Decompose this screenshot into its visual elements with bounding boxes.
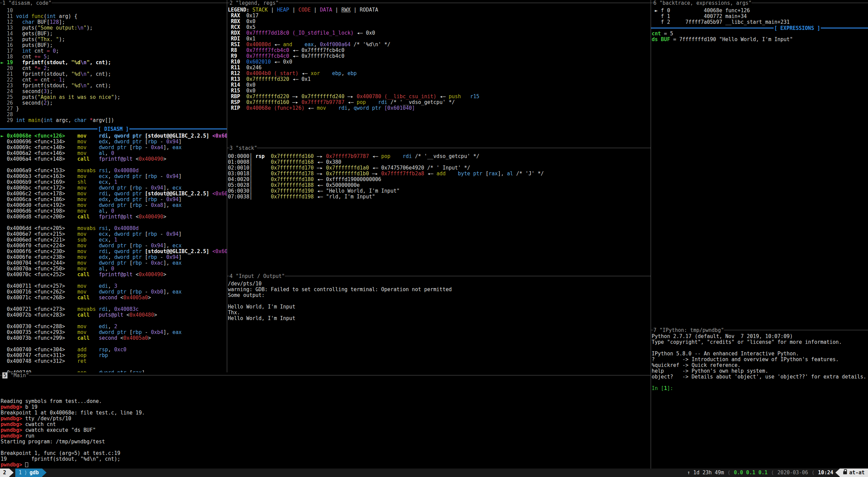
- terminal-line: 03:0018│ 0x7fffffffd178 —▸ 0x7fffffffd1b…: [228, 171, 651, 177]
- source-code-listing: 10 11 void func(int arg) { 12 char BUF[1…: [0, 6, 227, 123]
- terminal-line: help -> Python's own help system.: [652, 368, 868, 374]
- pane-main-console[interactable]: 5 "Main" Reading symbols from test...don…: [0, 372, 651, 469]
- terminal-line: 11 void func(int arg) {: [1, 14, 227, 19]
- pane-title-main: 5 "Main": [0, 372, 651, 378]
- terminal-line: R15 0x0: [228, 88, 651, 94]
- terminal-line: [652, 380, 868, 386]
- pane-number: 2: [230, 0, 233, 6]
- terminal-line: 24 second(3);: [1, 89, 227, 94]
- terminal-line: R14 0x0: [228, 82, 651, 88]
- terminal-line: Breakpoint 1 at 0x40068e: file test.c, l…: [1, 410, 651, 416]
- pane-title-text: "stack": [233, 145, 257, 151]
- pane-input-output[interactable]: 4 "Input / Output" /dev/pts/10warning: G…: [227, 273, 651, 372]
- terminal-line: Breakpoint 1, func (arg=5) at test.c:19: [1, 450, 651, 456]
- terminal-line: 29 int main(int argc, char *argv[]): [1, 118, 227, 123]
- terminal-line: %quickref -> Quick reference.: [652, 363, 868, 368]
- terminal-line: RBX 0x0: [228, 19, 651, 24]
- terminal-line: pwndbg> tty /dev/pts/10: [1, 416, 651, 422]
- separator-line: [0, 128, 97, 129]
- text-cursor: [25, 462, 28, 467]
- separator-line: [129, 128, 227, 129]
- tmux-status-bar: 2 1 ⟩ gdb ↑ 1d 23h 49m ⟨ 0.0 0.1 0.1 ⟨ 2…: [0, 469, 868, 477]
- terminal-line: Thx.: [228, 310, 651, 316]
- terminal-line: ► 0x40068e <func+126> mov rdi, qword ptr…: [1, 133, 227, 139]
- terminal-line: IPython 5.8.0 -- An enhanced Interactive…: [652, 351, 868, 357]
- load-average: 0.0 0.1 0.1: [732, 469, 770, 477]
- lock-icon: [843, 471, 847, 474]
- terminal-line: Type "copyright", "credits" or "license"…: [652, 339, 868, 345]
- terminal-line: warning: GDB: Failed to set controlling …: [228, 287, 651, 293]
- terminal-line: In [1]:: [652, 386, 868, 391]
- pane-disasm-code[interactable]: 1 "disasm, code" 10 11 void func(int arg…: [0, 0, 227, 372]
- terminal-line: Reading symbols from test...done.: [1, 399, 651, 404]
- separator-line: [651, 28, 774, 29]
- border-line: [52, 3, 227, 3]
- gdb-console[interactable]: Reading symbols from test...done.pwndbg>…: [0, 378, 651, 468]
- terminal-line: /dev/pts/10: [228, 281, 651, 287]
- terminal-line: 0x40069c <func+140> mov dword ptr [rbp -…: [1, 145, 227, 151]
- terminal-line: Hello World, I'm Input: [228, 316, 651, 321]
- window-index: 1: [19, 469, 22, 477]
- terminal-line: pwndbg> cwatch cnt: [1, 422, 651, 427]
- pane-title-text: "Main": [7, 372, 29, 378]
- terminal-line: 0x400704 <func+244> mov dword ptr [rbp -…: [1, 260, 227, 266]
- terminal-line: RAX 0x17: [228, 13, 651, 19]
- chevron-left-icon: ⟨: [726, 469, 732, 477]
- terminal-line: 18 cnt += 5;: [1, 54, 227, 60]
- terminal-line: R12 0x4004b0 (_start) ◂— xor ebp, ebp: [228, 71, 651, 76]
- pane-title-text: "backtrace, expressions, args": [656, 0, 752, 6]
- terminal-line: Starting program: /tmp/pwndbg/test: [1, 439, 651, 445]
- terminal-line: 0x4006bc <func+172> mov dword ptr [rbp -…: [1, 185, 227, 191]
- powerline-arrow-icon: [9, 469, 14, 477]
- terminal-line: 0x400696 <func+134> mov edx, dword ptr […: [1, 139, 227, 145]
- terminal-line: RSI 0x40080d ◂— and eax, 0x4f000a64 /* '…: [228, 42, 651, 48]
- ipython-console[interactable]: Python 2.7.17 (default, Nov 7 2019, 10:0…: [651, 333, 868, 391]
- terminal-line: R10 0x602010 ◂— 0x0: [228, 59, 651, 65]
- terminal-line: 23 fprintf(stdout, "%d\n", cnt);: [1, 83, 227, 89]
- terminal-line: [1, 162, 227, 168]
- pane-title-ipython: 7 "IPython: tmp/pwndbg": [651, 327, 868, 333]
- terminal-line: LEGEND: STACK | HEAP | CODE | DATA | RWX…: [228, 7, 651, 13]
- terminal-line: pwndbg> run: [1, 433, 651, 439]
- terminal-line: 22 cnt = cnt - 1;: [1, 77, 227, 83]
- terminal-line: 10: [1, 8, 227, 14]
- terminal-line: 0x40070a <func+250> mov al, 0: [1, 266, 227, 272]
- powerline-arrow-icon: [835, 469, 840, 477]
- uptime-indicator: ↑ 1d 23h 49m: [685, 469, 726, 477]
- border-line: [724, 330, 868, 330]
- terminal-line: RSP 0x7fffffffd160 —▸ 0x7ffff7b97787 ◂— …: [228, 100, 651, 105]
- stack-listing: 00:0000│ rsp 0x7fffffffd160 —▸ 0x7ffff7b…: [227, 151, 651, 200]
- terminal-line: 0x400749 nop dword ptr [rax]: [1, 370, 227, 372]
- window-tab-gdb[interactable]: 1 ⟩ gdb: [15, 469, 42, 477]
- terminal-line: [1, 301, 227, 306]
- pane-number: 1: [2, 0, 5, 6]
- chevron-right-icon: ⟩: [22, 469, 30, 477]
- terminal-line: 0x4006d0 <func+192> mov dword ptr [rbp -…: [1, 202, 227, 208]
- status-clock: 10:24: [816, 469, 835, 477]
- pane-title-text: "disasm, code": [5, 0, 51, 6]
- terminal-line: Python 2.7.17 (default, Nov 7 2019, 10:0…: [652, 334, 868, 339]
- terminal-line: [1, 278, 227, 283]
- pane-ipython[interactable]: 7 "IPython: tmp/pwndbg" Python 2.7.17 (d…: [651, 327, 868, 469]
- pane-stack[interactable]: 3 "stack" 00:0000│ rsp 0x7fffffffd160 —▸…: [227, 145, 651, 273]
- terminal-line: RCX 0x5: [228, 24, 651, 30]
- pane-title-input-output: 4 "Input / Output": [227, 273, 651, 279]
- border-line: [29, 375, 651, 375]
- border-line: [285, 276, 651, 276]
- terminal-line: 0x4006a9 <func+153> movabs rsi, 0x40080d: [1, 168, 227, 174]
- pane-number: 3: [230, 145, 233, 151]
- pane-backtrace[interactable]: 6 "backtrace, expressions, args" ► f 0 4…: [651, 0, 868, 327]
- terminal-line: 0x4006d8 <func+200> call fprintf@plt <0x…: [1, 214, 227, 220]
- session-name-badge[interactable]: 2: [0, 469, 9, 477]
- terminal-line: 0x40071c <func+268> call second <0x4005a…: [1, 295, 227, 301]
- terminal-line: 17 int cnt = 0;: [1, 48, 227, 54]
- terminal-line: 27 }: [1, 106, 227, 112]
- chevron-left-icon: ⟨: [810, 469, 816, 477]
- terminal-line: pwndbg> b 19: [1, 404, 651, 410]
- terminal-line: pwndbg>: [1, 462, 651, 468]
- pane-legend-regs[interactable]: 2 "legend, regs" LEGEND: STACK | HEAP | …: [227, 0, 651, 145]
- hostname: at-at: [849, 469, 865, 477]
- terminal-line: 0x4006d6 <func+198> mov al, 0: [1, 208, 227, 214]
- terminal-line: RDI 0x1: [228, 36, 651, 42]
- terminal-line: 20 cnt *= 2;: [1, 66, 227, 71]
